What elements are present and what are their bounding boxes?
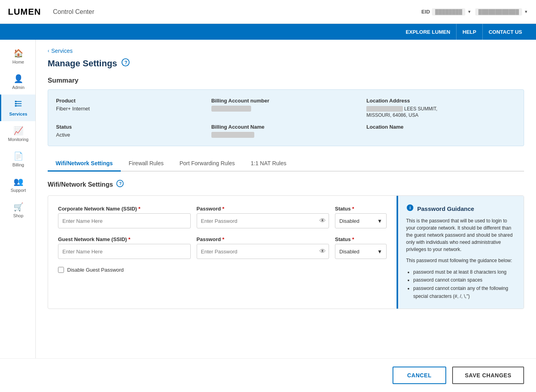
summary-product-label: Product [56, 98, 205, 104]
corporate-ssid-input[interactable] [58, 213, 191, 228]
summary-location-name-label: Location Name [366, 124, 516, 130]
corporate-status-label: Status * [335, 206, 387, 212]
summary-location-address: Location Address ███ ██ █████ LEES SUMMI… [366, 98, 516, 118]
tab-port-forwarding-rules[interactable]: Port Forwarding Rules [172, 156, 243, 172]
sidebar-label-billing: Billing [12, 162, 24, 167]
guest-ssid-group: Guest Network Name (SSID) * [58, 236, 191, 259]
guest-ssid-input[interactable] [58, 244, 191, 259]
summary-billing-account-number-value: ████████ [211, 106, 251, 112]
guidance-subtitle: This password must following the guidanc… [406, 257, 516, 264]
svg-rect-4 [15, 103, 17, 104]
corporate-status-value: Disabled [339, 218, 360, 224]
corporate-status-group: Status * Disabled ▼ [335, 206, 387, 228]
guest-network-row: Guest Network Name (SSID) * Password * [58, 236, 387, 259]
svg-rect-3 [15, 101, 17, 102]
summary-billing-account-name-label: Billing Account Name [211, 124, 361, 130]
monitoring-icon: 📈 [14, 126, 23, 135]
logo-text: LUMEN [8, 7, 41, 17]
summary-status-value: Active [56, 132, 70, 138]
logo: LUMEN Control Center [8, 7, 94, 17]
sidebar-item-home[interactable]: 🏠 Home [0, 44, 35, 69]
page-title: Manage Settings ? [48, 58, 524, 69]
sidebar-label-admin: Admin [12, 85, 24, 90]
eid-label: EID [421, 9, 430, 15]
tabs: Wifi/Network Settings Firewall Rules Por… [48, 156, 524, 172]
guest-password-wrapper: 👁 [197, 244, 329, 259]
svg-rect-5 [15, 105, 17, 107]
cancel-button[interactable]: CANCEL [393, 367, 446, 384]
user-chevron-icon[interactable]: ▼ [524, 10, 528, 14]
guest-ssid-label: Guest Network Name (SSID) * [58, 236, 191, 242]
summary-billing-account-number: Billing Account number ████████ [211, 98, 361, 118]
sidebar-label-support: Support [11, 188, 26, 193]
wifi-settings-help-icon[interactable]: ? [116, 180, 124, 189]
page-help-icon[interactable]: ? [121, 58, 130, 69]
sidebar-item-billing[interactable]: 📄 Billing [0, 147, 35, 172]
disable-guest-password-label[interactable]: Disable Guest Password [67, 267, 124, 273]
summary-billing-account-number-label: Billing Account number [211, 98, 361, 104]
wifi-settings-title: Wifi/Network Settings ? [48, 180, 524, 189]
tab-wifi-network-settings[interactable]: Wifi/Network Settings [48, 156, 121, 172]
save-changes-button[interactable]: SAVE CHANGES [452, 367, 524, 384]
guidance-title: i Password Guidance [406, 204, 516, 213]
summary-card: Product Fiber+ Internet Billing Account … [48, 89, 524, 146]
guidance-rules-list: password must be at least 8 characters l… [406, 268, 516, 301]
sidebar-label-home: Home [12, 60, 24, 64]
app-title: Control Center [53, 8, 94, 15]
corporate-ssid-group: Corporate Network Name (SSID) * [58, 206, 191, 228]
form-left: Corporate Network Name (SSID) * Password… [48, 196, 397, 309]
breadcrumb-services-link[interactable]: Services [51, 48, 73, 54]
disable-guest-password-checkbox[interactable] [58, 267, 64, 273]
corporate-password-group: Password * 👁 [197, 206, 329, 228]
explore-lumen-link[interactable]: EXPLORE LUMEN [400, 24, 456, 40]
shop-icon: 🛒 [14, 202, 23, 212]
breadcrumb: ‹ Services [48, 48, 524, 54]
home-icon: 🏠 [14, 48, 23, 58]
wifi-settings-title-text: Wifi/Network Settings [48, 181, 113, 188]
help-link[interactable]: HELP [456, 24, 482, 40]
summary-location-name: Location Name [366, 124, 516, 138]
blue-nav: EXPLORE LUMEN HELP CONTACT US [0, 24, 536, 40]
sidebar-item-admin[interactable]: 👤 Admin [0, 69, 35, 95]
password-guidance-panel: i Password Guidance This is the password… [397, 196, 524, 309]
corporate-ssid-label: Corporate Network Name (SSID) * [58, 206, 191, 212]
disable-guest-password-row: Disable Guest Password [58, 267, 387, 273]
corporate-password-input[interactable] [197, 213, 329, 228]
services-icon [14, 99, 23, 110]
corporate-status-select[interactable]: Disabled ▼ [335, 213, 387, 228]
corporate-password-label: Password * [197, 206, 329, 212]
summary-product-value: Fiber+ Internet [56, 106, 90, 112]
summary-status: Status Active [56, 124, 205, 138]
support-icon: 👥 [14, 177, 23, 186]
guidance-rule-3: password cannot contain any of the follo… [413, 284, 516, 301]
tab-firewall-rules[interactable]: Firewall Rules [121, 156, 172, 172]
guest-status-label: Status * [335, 236, 387, 242]
svg-text:?: ? [119, 181, 122, 186]
summary-billing-account-name-value: ██████, █████ [211, 132, 255, 138]
sidebar-item-support[interactable]: 👥 Support [0, 172, 35, 197]
sidebar-item-monitoring[interactable]: 📈 Monitoring [0, 121, 35, 147]
guest-status-select[interactable]: Disabled ▼ [335, 244, 387, 259]
guidance-rule-2: password cannot contain spaces [413, 276, 516, 284]
guest-password-input[interactable] [197, 244, 329, 259]
summary-title: Summary [48, 77, 524, 85]
guidance-title-text: Password Guidance [417, 205, 474, 212]
eid-chevron-icon[interactable]: ▼ [467, 10, 471, 14]
contact-us-link[interactable]: CONTACT US [482, 24, 528, 40]
main-content: ‹ Services Manage Settings ? Summary [36, 40, 536, 358]
tab-nat-rules[interactable]: 1:1 NAT Rules [243, 156, 294, 172]
admin-icon: 👤 [14, 74, 23, 83]
corporate-password-eye-icon[interactable]: 👁 [319, 217, 326, 224]
guest-password-eye-icon[interactable]: 👁 [319, 248, 326, 255]
sidebar-label-services: Services [9, 112, 27, 116]
guidance-intro: This is the password that will be used t… [406, 217, 516, 253]
sidebar-label-monitoring: Monitoring [8, 137, 28, 142]
eid-section: EID ████████ ▼ [421, 8, 471, 15]
wifi-form-card: Corporate Network Name (SSID) * Password… [48, 195, 524, 309]
corporate-status-chevron-icon: ▼ [377, 218, 382, 224]
sidebar-item-shop[interactable]: 🛒 Shop [0, 197, 35, 223]
summary-location-address-label: Location Address [366, 98, 516, 104]
summary-status-label: Status [56, 124, 205, 130]
sidebar-item-services[interactable]: Services [0, 95, 35, 121]
corporate-network-row: Corporate Network Name (SSID) * Password… [58, 206, 387, 228]
